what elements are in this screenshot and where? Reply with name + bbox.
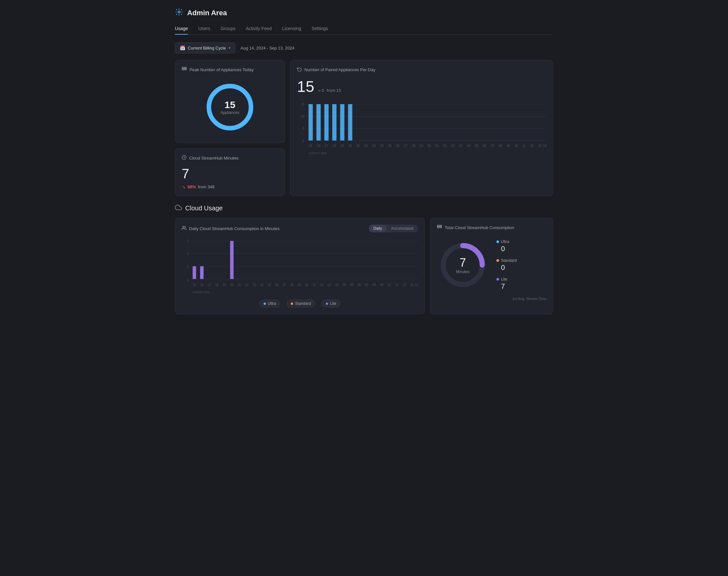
total-ultra: Ultra 0 [496, 239, 517, 253]
clock-icon [182, 155, 187, 161]
people-icon [182, 226, 187, 231]
svg-text:26: 26 [275, 283, 278, 287]
daily-accumulated-toggle: Daily Accumulated [369, 225, 418, 232]
change-from: from 348 [198, 184, 214, 189]
tab-users[interactable]: Users [198, 26, 210, 34]
total-donut: 7 Minutes [437, 239, 489, 291]
svg-text:30: 30 [428, 144, 431, 148]
toggle-accumulated[interactable]: Accumulated [387, 225, 418, 232]
svg-text:24: 24 [380, 144, 384, 148]
svg-text:18: 18 [215, 283, 219, 287]
svg-text:31: 31 [313, 283, 316, 287]
svg-text:30: 30 [305, 283, 308, 287]
peak-appliances-unit: Appliances [220, 110, 240, 115]
svg-text:11: 11 [522, 144, 526, 148]
cloud-minutes-change: ↘ 98% from 348 [182, 184, 278, 189]
app-header: Admin Area [175, 8, 553, 18]
paired-appliances-card: Number of Paired Appliances Per Day 15 =… [290, 60, 553, 196]
tab-usage[interactable]: Usage [175, 26, 188, 34]
tab-activity-feed[interactable]: Activity Feed [246, 26, 272, 34]
lite-dot-total [496, 278, 499, 281]
svg-text:AUGUST 2024: AUGUST 2024 [308, 151, 327, 155]
chevron-down-icon: ▾ [228, 46, 231, 50]
bottom-grid: Daily Cloud StreamHub Consumption in Min… [175, 218, 553, 314]
svg-rect-67 [230, 241, 234, 279]
ultra-dot [264, 303, 266, 305]
ultra-dot-total [496, 240, 499, 243]
svg-text:22: 22 [364, 144, 368, 148]
billing-cycle-label: Current Billing Cycle [188, 46, 226, 51]
daily-card-header: Daily Cloud StreamHub Consumption in Min… [182, 225, 418, 232]
legend-ultra: Ultra [260, 300, 280, 308]
svg-text:07: 07 [365, 283, 369, 287]
paired-change-from: from 15 [327, 88, 341, 93]
svg-rect-65 [193, 266, 196, 279]
svg-text:31: 31 [436, 144, 439, 148]
refresh-icon [297, 67, 302, 73]
svg-text:19: 19 [341, 144, 344, 148]
svg-text:AUGUST 2024: AUGUST 2024 [193, 290, 210, 294]
svg-text:16: 16 [200, 283, 204, 287]
svg-text:20: 20 [348, 144, 352, 148]
total-legend: Ultra 0 Standard 0 Lit [496, 239, 517, 291]
svg-text:13: 13 [538, 144, 542, 148]
lite-dot [326, 303, 328, 305]
svg-text:29: 29 [420, 144, 423, 148]
svg-point-55 [183, 226, 184, 228]
tab-settings[interactable]: Settings [312, 26, 328, 34]
lite-value: 7 [496, 282, 517, 291]
svg-text:22: 22 [245, 283, 248, 287]
svg-text:06: 06 [357, 283, 361, 287]
chart-legend: Ultra Standard Lite [182, 300, 418, 308]
total-standard: Standard 0 [496, 258, 517, 272]
paired-appliances-title: Number of Paired Appliances Per Day [297, 67, 546, 73]
legend-standard-label: Standard [295, 301, 311, 306]
svg-rect-17 [308, 104, 313, 140]
svg-text:02: 02 [451, 144, 455, 148]
svg-text:08: 08 [373, 283, 376, 287]
svg-text:21: 21 [238, 283, 241, 287]
svg-text:1: 1 [187, 264, 188, 268]
peak-appliances-card: Peak Number of Appliances Today 15 Appli… [175, 60, 285, 143]
svg-text:15: 15 [301, 103, 304, 107]
top-metrics-grid: Peak Number of Appliances Today 15 Appli… [175, 60, 553, 196]
svg-rect-19 [324, 104, 329, 140]
svg-rect-20 [332, 104, 336, 140]
total-donut-row: 7 Minutes Ultra 0 [437, 236, 546, 294]
svg-text:01: 01 [320, 283, 324, 287]
svg-text:13: 13 [410, 283, 413, 287]
cloud-icon [175, 204, 182, 212]
total-minutes-label: Minutes [456, 269, 469, 274]
svg-text:02: 02 [328, 283, 331, 287]
svg-text:25: 25 [268, 283, 271, 287]
svg-text:12: 12 [531, 144, 534, 148]
svg-point-102 [440, 226, 441, 226]
svg-text:10: 10 [515, 144, 518, 148]
svg-text:11: 11 [395, 283, 398, 287]
svg-rect-18 [316, 104, 321, 140]
svg-text:20: 20 [230, 283, 234, 287]
svg-text:25: 25 [388, 144, 392, 148]
tab-licensing[interactable]: Licensing [282, 26, 301, 34]
svg-text:09: 09 [507, 144, 510, 148]
svg-point-0 [178, 11, 180, 13]
total-lite: Lite 7 [496, 277, 517, 291]
standard-dot-total [496, 259, 499, 262]
paired-header: 15 = 0 from 15 [297, 78, 546, 95]
appliances-donut: 15 Appliances [182, 78, 278, 136]
svg-text:18: 18 [332, 144, 336, 148]
svg-text:27: 27 [404, 144, 407, 148]
tab-groups[interactable]: Groups [220, 26, 236, 34]
svg-point-5 [185, 69, 186, 69]
svg-text:26: 26 [396, 144, 400, 148]
svg-text:15: 15 [309, 144, 313, 148]
billing-cycle-button[interactable]: 📅 Current Billing Cycle ▾ [175, 42, 236, 53]
left-metrics-stack: Peak Number of Appliances Today 15 Appli… [175, 60, 285, 196]
svg-rect-2 [182, 67, 186, 68]
server-icon-2 [437, 225, 442, 231]
svg-text:05: 05 [475, 144, 479, 148]
svg-text:28: 28 [290, 283, 293, 287]
toggle-daily[interactable]: Daily [369, 225, 387, 232]
paired-bar-chart: 0 5 10 15 15 16 17 18 19 [297, 100, 546, 172]
change-percent: 98% [188, 184, 196, 189]
